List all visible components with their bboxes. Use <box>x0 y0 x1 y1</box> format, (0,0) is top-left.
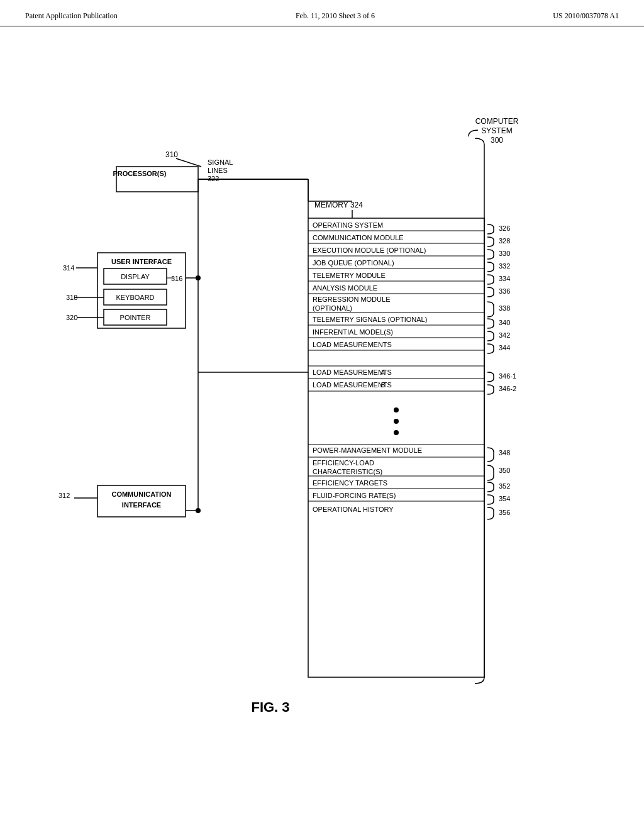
ref-338: 338 <box>499 304 510 312</box>
pointer-label: POINTER <box>120 314 151 321</box>
ref-314: 314 <box>63 264 74 272</box>
item-fluid-forcing: FLUID-FORCING RATE(S) <box>313 492 396 499</box>
ref-354: 354 <box>499 495 510 502</box>
item-eff-targets: EFFICIENCY TARGETS <box>313 479 387 487</box>
diagram-svg: COMPUTER SYSTEM 300 310 PROCESSOR(S) SIG… <box>0 33 644 787</box>
header-left: Patent Application Publication <box>25 11 118 21</box>
ref-342: 342 <box>499 331 510 339</box>
ref-348: 348 <box>499 449 510 456</box>
computer-system-label2: SYSTEM <box>481 126 512 135</box>
ui-label: USER INTERFACE <box>111 258 172 265</box>
ref-350: 350 <box>499 467 510 474</box>
computer-system-label: COMPUTER <box>475 117 519 126</box>
header-right: US 2010/0037078 A1 <box>553 11 619 21</box>
item-analysis: ANALYSIS MODULE <box>313 284 377 292</box>
ref-346-1: 346-1 <box>499 372 516 380</box>
ref-320: 320 <box>66 314 77 321</box>
svg-point-32 <box>196 276 200 280</box>
ref-344: 344 <box>499 344 510 351</box>
ref-316-label: 316 <box>171 275 182 282</box>
display-label: DISPLAY <box>121 273 150 280</box>
ref-336: 336 <box>499 287 510 295</box>
signal-lines-label: SIGNAL <box>208 158 233 166</box>
processor-label: PROCESSOR(S) <box>113 170 167 177</box>
computer-system-ref: 300 <box>491 136 503 145</box>
item-regression2: (OPTIONAL) <box>313 304 352 312</box>
svg-point-34 <box>196 509 200 512</box>
keyboard-label: KEYBOARD <box>116 294 154 301</box>
comm-interface-label: COMMUNICATION <box>111 490 171 498</box>
item-inferential: INFERENTIAL MODEL(S) <box>313 328 393 336</box>
item-load-meas-a-italic: A <box>380 368 385 376</box>
ref-352: 352 <box>499 482 510 490</box>
item-power-mgmt: POWER-MANAGEMENT MODULE <box>313 446 422 454</box>
diagram-area: COMPUTER SYSTEM 300 310 PROCESSOR(S) SIG… <box>0 33 644 787</box>
page-header: Patent Application Publication Feb. 11, … <box>0 0 644 26</box>
signal-lines-label2: LINES <box>208 167 228 174</box>
item-eff-load: EFFICIENCY-LOAD <box>313 459 374 467</box>
ellipsis-dot2 <box>394 419 399 424</box>
ref-326: 326 <box>499 224 510 232</box>
item-regression: REGRESSION MODULE <box>313 296 390 303</box>
item-telemetry-sig: TELEMETRY SIGNALS (OPTIONAL) <box>313 316 427 323</box>
ref-356: 356 <box>499 509 510 516</box>
ref-328: 328 <box>499 237 510 245</box>
signal-lines-ref: 322 <box>208 175 219 182</box>
item-comm-mod: COMMUNICATION MODULE <box>313 234 404 241</box>
item-job-queue: JOB QUEUE (OPTIONAL) <box>313 259 394 267</box>
item-exec: EXECUTION MODULE (OPTIONAL) <box>313 246 426 254</box>
ellipsis-dot1 <box>394 407 399 412</box>
ref-332: 332 <box>499 262 510 270</box>
memory-label: MEMORY 324 <box>314 201 363 209</box>
ref-340: 340 <box>499 319 510 326</box>
ref-310: 310 <box>165 150 178 159</box>
header-center: Feb. 11, 2010 Sheet 3 of 6 <box>296 11 375 21</box>
ref-334: 334 <box>499 275 510 282</box>
fig-caption: FIG. 3 <box>251 699 289 715</box>
item-os: OPERATING SYSTEM <box>313 221 383 229</box>
svg-line-0 <box>176 158 201 167</box>
comm-interface-label2: INTERFACE <box>122 501 161 509</box>
item-load-meas: LOAD MEASUREMENTS <box>313 341 392 348</box>
ellipsis-dot3 <box>394 430 399 435</box>
ref-346-2: 346-2 <box>499 385 516 392</box>
ref-330: 330 <box>499 250 510 257</box>
ref-312: 312 <box>58 492 70 499</box>
item-telemetry-mod: TELEMETRY MODULE <box>313 272 386 279</box>
item-load-meas-b-italic: B <box>380 381 385 389</box>
item-eff-load2: CHARACTERISTIC(S) <box>313 468 382 475</box>
item-op-history: OPERATIONAL HISTORY <box>313 506 394 513</box>
